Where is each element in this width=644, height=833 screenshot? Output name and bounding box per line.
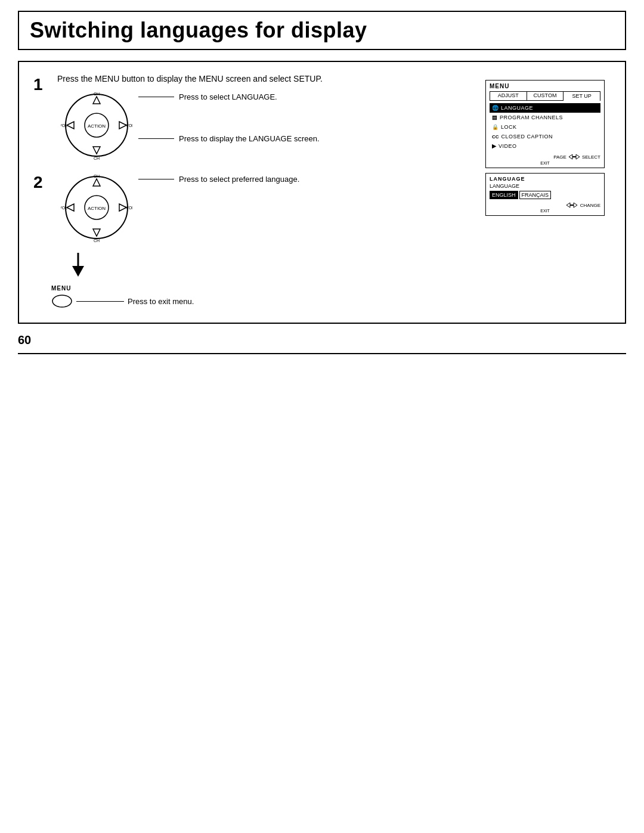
exit-oval-icon [51,294,73,308]
svg-marker-4 [93,147,100,154]
exit-line [76,301,124,302]
svg-text:ACTION: ACTION [88,123,106,129]
video-icon: ▶ [492,143,496,149]
bottom-rule [18,353,626,354]
menu-item-closed-caption[interactable]: CC CLOSED CAPTION [490,132,600,141]
tab-custom[interactable]: CUSTOM [527,92,564,100]
step1-row: 1 Press the MENU button to display the M… [33,74,611,161]
svg-marker-21 [93,229,100,236]
menu-nav-row: PAGE SELECT [490,153,600,160]
svg-text:VOL: VOL [126,206,132,210]
down-arrow [69,253,611,279]
page-title-box: Switching languages for display [18,11,626,50]
callout-bottom: Press to display the LANGUAGE screen. [138,134,320,143]
page-nav-icon [568,153,581,160]
menu-item-video[interactable]: ▶ VIDEO [490,141,600,151]
svg-text:CH: CH [94,156,100,160]
svg-marker-3 [93,97,100,104]
svg-text:ACTION: ACTION [88,206,106,211]
callout-text-1: Press to select LANGUAGE. [179,92,277,101]
svg-text:CH: CH [94,92,100,96]
menu-item-language[interactable]: 🌐 LANGUAGE [490,103,600,113]
svg-marker-29 [72,266,84,277]
svg-text:CH: CH [94,174,100,178]
svg-text:VOL: VOL [61,123,67,128]
menu-item-lock[interactable]: 🔒 LOCK [490,122,600,132]
menu-item-language-text: LANGUAGE [501,105,533,111]
svg-marker-11 [569,154,572,159]
page-number-area: 60 [18,333,626,347]
exit-label-menu: EXIT [490,161,600,165]
step2-content: ACTION CH CH VOL VOL Press to select pre… [55,172,611,243]
closed-caption-icon: CC [492,134,499,140]
menu-exit-section: MENU Press to exit menu. [51,285,611,308]
callout-top: Press to select LANGUAGE. [138,92,277,101]
menu-box: MENU ADJUST CUSTOM SET UP 🌐 LANG [485,80,605,168]
callout-text-2: Press to display the LANGUAGE screen. [179,134,320,143]
menu-item-video-text: VIDEO [499,143,517,149]
select-label: SELECT [582,154,600,160]
page-title: Switching languages for display [30,18,367,42]
svg-marker-5 [67,122,74,129]
page-number: 60 [18,333,31,347]
exit-button-row: Press to exit menu. [51,294,611,308]
step1-number: 1 [33,75,55,94]
step2-area: 2 ACTION CH CH VOL VOL [33,172,611,243]
svg-text:VOL: VOL [126,123,132,128]
remote-dial-1: ACTION CH CH VOL [61,89,132,161]
main-content-box: 1 Press the MENU button to display the M… [18,61,626,324]
svg-marker-13 [576,154,580,159]
callout-lines-2: Press to select preferred language. [138,172,611,243]
exit-text: Press to exit menu. [128,297,194,306]
page-label: PAGE [553,154,566,160]
step2-callout-text: Press to select preferred language. [179,175,299,184]
menu-exit-label: MENU [51,285,611,292]
svg-marker-22 [67,204,74,211]
menu-item-program-channels-text: PROGRAM CHANNELS [500,114,563,120]
svg-text:CH: CH [94,239,100,243]
remote-dial-2: ACTION CH CH VOL VOL [61,172,132,243]
tab-setup[interactable]: SET UP [564,92,600,101]
menu-label: MENU [490,83,600,89]
menu-item-closed-caption-text: CLOSED CAPTION [501,134,553,140]
svg-text:VOL: VOL [61,206,67,210]
svg-point-30 [52,295,72,307]
tab-adjust[interactable]: ADJUST [490,92,527,100]
lock-icon: 🔒 [492,124,499,130]
menu-tabs: ADJUST CUSTOM SET UP [490,91,600,101]
menu-item-program-channels[interactable]: ▤ PROGRAM CHANNELS [490,113,600,122]
program-channels-icon: ▤ [492,114,497,120]
svg-rect-12 [572,156,576,157]
menu-item-lock-text: LOCK [501,124,517,130]
svg-marker-20 [93,179,100,186]
step2-callout: Press to select preferred language. [138,175,299,184]
step2-number: 2 [33,173,55,192]
language-icon: 🌐 [492,105,499,111]
